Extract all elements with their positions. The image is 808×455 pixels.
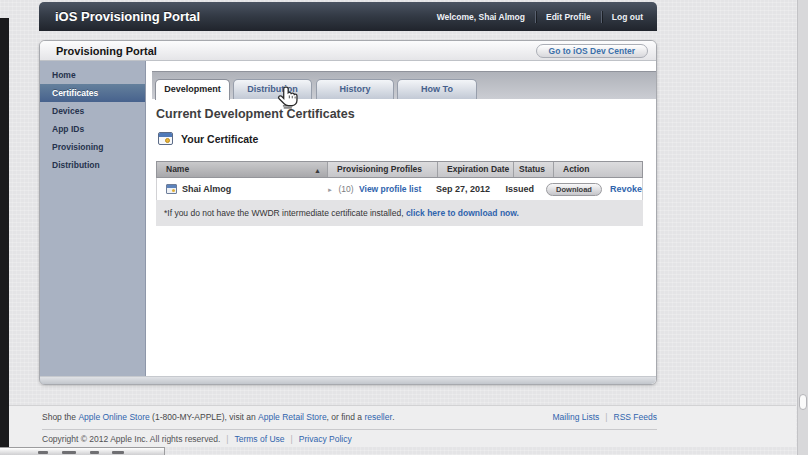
table-row: Shai Almog ► (10) View profile list Sep … bbox=[156, 178, 643, 200]
page-footer: Shop the Apple Online Store (1-800-MY-AP… bbox=[9, 405, 796, 447]
revoke-link[interactable]: Revoke bbox=[610, 184, 642, 194]
screenshot-stage: iOS Provisioning Portal Welcome, Shai Al… bbox=[0, 0, 808, 455]
disclosure-triangle-icon[interactable]: ► bbox=[327, 187, 333, 193]
sidebar-item-certificates[interactable]: Certificates bbox=[40, 84, 145, 102]
content-heading: Current Development Certificates bbox=[156, 107, 355, 121]
column-header-provisioning-profiles: Provisioning Profiles bbox=[327, 162, 437, 177]
top-nav-bar: iOS Provisioning Portal Welcome, Shai Al… bbox=[39, 2, 657, 31]
table-header-row: Name ▲ Provisioning Profiles Expiration … bbox=[156, 161, 643, 178]
sidebar-nav: Home Certificates Devices App IDs Provis… bbox=[40, 61, 146, 385]
section-title: Your Certificate bbox=[181, 133, 258, 145]
certificate-icon-seal bbox=[172, 189, 175, 192]
certificate-icon bbox=[158, 132, 173, 145]
window-edge-mark bbox=[62, 451, 76, 454]
cell-action: Download Revoke bbox=[539, 183, 642, 196]
certificates-table: Name ▲ Provisioning Profiles Expiration … bbox=[156, 161, 643, 226]
column-header-action: Action bbox=[553, 162, 642, 177]
footer-divider: | bbox=[291, 434, 293, 444]
column-header-name[interactable]: Name ▲ bbox=[157, 162, 327, 177]
welcome-user-label: Welcome, Shai Almog bbox=[437, 12, 525, 22]
page-title: iOS Provisioning Portal bbox=[55, 9, 200, 24]
copyright-text: Copyright © 2012 Apple Inc. All rights r… bbox=[42, 434, 220, 444]
shop-text: . bbox=[392, 412, 394, 422]
view-profile-list-link[interactable]: View profile list bbox=[359, 184, 421, 194]
cell-provisioning-profiles: ► (10) View profile list bbox=[321, 184, 427, 194]
sidebar-item-app-ids[interactable]: App IDs bbox=[40, 120, 145, 138]
wwdr-download-link[interactable]: click here to download now. bbox=[406, 208, 519, 218]
footer-legal-line: Copyright © 2012 Apple Inc. All rights r… bbox=[42, 434, 352, 444]
footer-feeds-links: Mailing Lists|RSS Feeds bbox=[553, 412, 657, 422]
tab-development[interactable]: Development bbox=[155, 79, 230, 100]
profiles-count: (10) bbox=[338, 184, 353, 194]
cell-expiration-date: Sep 27, 2012 bbox=[427, 184, 500, 194]
apple-retail-store-link[interactable]: Apple Retail Store bbox=[258, 412, 327, 422]
video-frame-right-edge bbox=[797, 0, 808, 455]
tab-distribution[interactable]: Distribution bbox=[233, 79, 312, 99]
column-header-name-label: Name bbox=[166, 164, 189, 174]
nav-divider bbox=[535, 11, 536, 23]
wwdr-note: *If you do not have the WWDR intermediat… bbox=[156, 200, 643, 226]
wwdr-note-text: *If you do not have the WWDR intermediat… bbox=[164, 208, 406, 218]
portal-content-box: Provisioning Portal Go to iOS Dev Center… bbox=[39, 40, 657, 385]
shop-text: Shop the bbox=[42, 412, 78, 422]
log-out-link[interactable]: Log out bbox=[612, 12, 643, 22]
portal-title: Provisioning Portal bbox=[56, 45, 157, 57]
portal-header-bar: Provisioning Portal Go to iOS Dev Center bbox=[40, 41, 656, 61]
video-frame-left-edge bbox=[0, 18, 9, 455]
certificate-owner-name: Shai Almog bbox=[182, 184, 231, 194]
rss-feeds-link[interactable]: RSS Feeds bbox=[614, 412, 657, 422]
window-edge-mark bbox=[90, 451, 99, 454]
cell-status: Issued bbox=[500, 184, 539, 194]
go-to-ios-dev-center-button[interactable]: Go to iOS Dev Center bbox=[536, 44, 648, 58]
scrollbar-thumb[interactable] bbox=[799, 394, 807, 410]
column-header-status: Status bbox=[513, 162, 553, 177]
certificate-icon-seal bbox=[165, 138, 170, 143]
column-header-expiration-date: Expiration Date bbox=[437, 162, 513, 177]
main-pane: Development Distribution History How To … bbox=[146, 61, 656, 385]
footer-divider-line bbox=[42, 429, 657, 430]
cell-name: Shai Almog bbox=[157, 184, 321, 194]
sort-ascending-icon: ▲ bbox=[314, 163, 321, 178]
sidebar-item-distribution[interactable]: Distribution bbox=[40, 156, 145, 174]
window-edge-mark bbox=[112, 451, 124, 454]
certificate-icon-titlebar bbox=[159, 133, 172, 137]
shop-text: , or find a bbox=[327, 412, 365, 422]
privacy-policy-link[interactable]: Privacy Policy bbox=[299, 434, 352, 444]
tab-history[interactable]: History bbox=[316, 79, 394, 99]
background-window-edge bbox=[0, 447, 165, 455]
shop-text: (1-800-MY-APPLE), visit an bbox=[150, 412, 258, 422]
certificate-icon-titlebar bbox=[167, 185, 176, 188]
nav-divider bbox=[601, 11, 602, 23]
certificate-icon bbox=[166, 184, 177, 194]
sidebar-item-devices[interactable]: Devices bbox=[40, 102, 145, 120]
content-box-bottom-edge bbox=[40, 376, 656, 384]
terms-of-use-link[interactable]: Terms of Use bbox=[234, 434, 284, 444]
sidebar-item-home[interactable]: Home bbox=[40, 66, 145, 84]
apple-online-store-link[interactable]: Apple Online Store bbox=[78, 412, 149, 422]
footer-divider: | bbox=[605, 412, 607, 422]
reseller-link[interactable]: reseller bbox=[364, 412, 392, 422]
edit-profile-link[interactable]: Edit Profile bbox=[546, 12, 591, 22]
mailing-lists-link[interactable]: Mailing Lists bbox=[553, 412, 600, 422]
sidebar-item-provisioning[interactable]: Provisioning bbox=[40, 138, 145, 156]
footer-divider: | bbox=[226, 434, 228, 444]
window-edge-mark bbox=[38, 451, 48, 454]
tab-how-to[interactable]: How To bbox=[397, 79, 477, 99]
download-button[interactable]: Download bbox=[546, 183, 602, 196]
